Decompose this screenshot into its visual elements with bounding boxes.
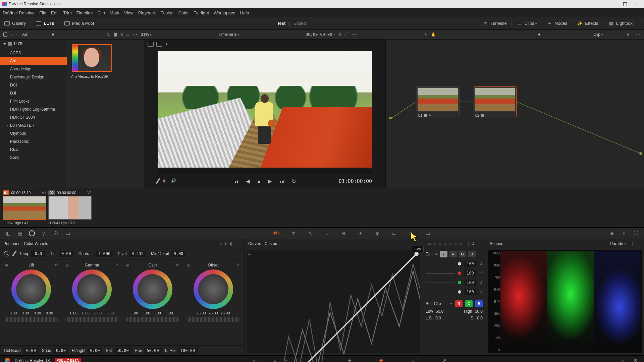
play-button[interactable]: ▶	[268, 178, 272, 184]
clip-02[interactable]: 0200:00:00:00V1 H.264 High L5.2	[48, 190, 92, 225]
menu-item[interactable]: Trim	[63, 10, 72, 15]
gain-value[interactable]: 1.00	[129, 311, 140, 315]
scopes-icon[interactable]: ⫴	[621, 230, 627, 237]
luts-item[interactable]: ACES	[0, 49, 67, 57]
color-warper-icon[interactable]: ✲	[290, 230, 297, 237]
viewer-scrubber[interactable]	[158, 169, 372, 174]
luts-folder-header[interactable]: LUTs	[0, 40, 67, 48]
lift-value[interactable]: 0.00	[20, 311, 30, 315]
gamma-master-slider[interactable]	[65, 317, 119, 322]
primaries-more-icon[interactable]	[236, 241, 241, 247]
menu-item[interactable]: Playback	[138, 10, 156, 15]
gamma-yonly-icon[interactable]: ⊕	[65, 263, 69, 267]
lift-colorwheel[interactable]	[11, 269, 51, 309]
temp-value[interactable]: 0.0	[31, 251, 45, 257]
curve-y-button[interactable]: Y	[440, 251, 447, 257]
softclip-r-button[interactable]: R	[455, 300, 463, 307]
viewer-more-icon[interactable]	[353, 31, 358, 38]
lift-value[interactable]: 0.00	[8, 311, 18, 315]
curves-reset-icon[interactable]: ↺	[471, 241, 475, 246]
keyframes-icon[interactable]: ◆	[608, 230, 615, 237]
luts-item[interactable]: Astrodesign	[0, 65, 67, 73]
luts-item[interactable]: HDR Hybrid Log-Gamma	[0, 105, 67, 113]
menu-item[interactable]: Edit	[51, 10, 58, 15]
timeline-dropdown[interactable]: Timeline 1	[218, 32, 239, 37]
hand-tool-icon[interactable]: ✋	[431, 32, 436, 37]
viewer-mode-1-icon[interactable]	[148, 42, 154, 47]
camera-raw-icon[interactable]: ◧	[5, 230, 11, 237]
tracking-icon[interactable]: ⊕	[340, 230, 347, 237]
sc-hs-value[interactable]: 0.0	[477, 316, 483, 320]
log-mode-icon[interactable]: ◐	[230, 241, 233, 246]
more-icon[interactable]	[132, 31, 138, 38]
w-reset-icon[interactable]	[479, 290, 483, 294]
menu-item[interactable]: DaVinci Resolve	[3, 10, 35, 15]
offset-value[interactable]: 25.00	[208, 311, 218, 315]
grid-view-icon[interactable]	[113, 32, 117, 37]
zoom-dropdown[interactable]: 31%	[141, 32, 152, 37]
lift-yonly-icon[interactable]: ⊕	[5, 263, 8, 267]
luts-item[interactable]: RED	[0, 145, 67, 154]
list-view-icon[interactable]	[120, 32, 123, 37]
luts-button[interactable]: LUTs	[44, 21, 54, 26]
bars-mode-icon[interactable]: ⫿	[225, 241, 227, 246]
curves-expand-icon[interactable]: ⛶	[465, 241, 469, 246]
gamma-value[interactable]: 0.00	[69, 311, 79, 315]
colboost-value[interactable]: 0.00	[23, 348, 39, 354]
sort-icon[interactable]	[107, 32, 110, 37]
nav-fwd-icon[interactable]: ›	[15, 32, 17, 37]
nodes-button[interactable]: Nodes	[555, 21, 568, 26]
sc-high-value[interactable]: 50.0	[475, 309, 483, 314]
nodes-more-icon[interactable]	[635, 31, 641, 38]
sc-low-value[interactable]: 50.0	[436, 309, 443, 314]
curve-r-button[interactable]: R	[449, 251, 457, 257]
qualifier-icon[interactable]: ✎	[307, 230, 314, 237]
menu-item[interactable]: Timeline	[76, 10, 93, 15]
expand-icon[interactable]: ⛶	[345, 32, 349, 37]
luts-item[interactable]: LUTMASTER	[0, 121, 67, 129]
project-settings-icon[interactable]: ⚙	[631, 358, 639, 362]
softclip-link-icon[interactable]: ⚭	[449, 301, 452, 306]
link-icon[interactable]: ⚭	[435, 252, 438, 256]
arrow-tool-icon[interactable]: ↖	[424, 32, 428, 37]
offset-reset-icon[interactable]: ↺	[236, 263, 240, 267]
hilight-value[interactable]: 0.00	[88, 348, 103, 354]
window-icon[interactable]: ○	[324, 230, 330, 237]
motion-effects-icon[interactable]: ▭	[64, 230, 71, 237]
menu-item[interactable]: Fairlight	[194, 10, 209, 15]
node-output-dot[interactable]	[639, 152, 642, 155]
sizing-icon[interactable]: ◇	[408, 230, 414, 237]
lift-value[interactable]: 0.00	[44, 311, 54, 315]
softclip-g-button[interactable]: G	[465, 300, 473, 307]
curve-b-button[interactable]: B	[468, 251, 476, 257]
menu-item[interactable]: Workspace	[214, 10, 235, 15]
luts-item[interactable]: DJI	[0, 89, 67, 97]
step-back-button[interactable]: ◀	[246, 178, 250, 184]
magic-mask-icon[interactable]: ✦	[357, 230, 364, 237]
close-button[interactable]	[631, 1, 642, 7]
menu-item[interactable]: Mark	[110, 10, 119, 15]
wheels-mode-icon[interactable]: ○	[220, 241, 222, 246]
g-intensity[interactable]: 100	[464, 280, 477, 286]
key-icon[interactable]: ▭	[391, 230, 397, 237]
offset-value[interactable]: 25.00	[196, 311, 206, 315]
lut-thumbnail[interactable]	[72, 44, 112, 72]
gamma-value[interactable]: 0.00	[93, 311, 103, 315]
y-reset-icon[interactable]	[479, 261, 483, 266]
menu-item[interactable]: Help	[240, 10, 249, 15]
color-match-icon[interactable]: ▦	[17, 230, 23, 237]
lift-master-slider[interactable]	[5, 317, 58, 322]
viewer-mode-2-icon[interactable]	[156, 42, 162, 47]
reset-tc-icon[interactable]: ⟳	[338, 32, 342, 37]
curves-more-icon[interactable]	[477, 241, 483, 247]
color-picker-icon[interactable]	[158, 178, 158, 185]
tint-value[interactable]: 0.00	[59, 251, 74, 257]
gamma-value[interactable]: 0.00	[81, 311, 91, 315]
softclip-b-button[interactable]: B	[475, 300, 483, 307]
viewer-canvas[interactable]	[158, 51, 372, 168]
luts-item[interactable]: HDR ST 2084	[0, 113, 67, 121]
clip-01[interactable]: 0100:00:13:19V1 H.264 High L4.0	[3, 190, 46, 225]
minimize-button[interactable]	[608, 1, 619, 7]
curves-mode4-icon[interactable]: ○	[449, 241, 451, 246]
offset-yonly-icon[interactable]: ⊕	[186, 263, 190, 267]
